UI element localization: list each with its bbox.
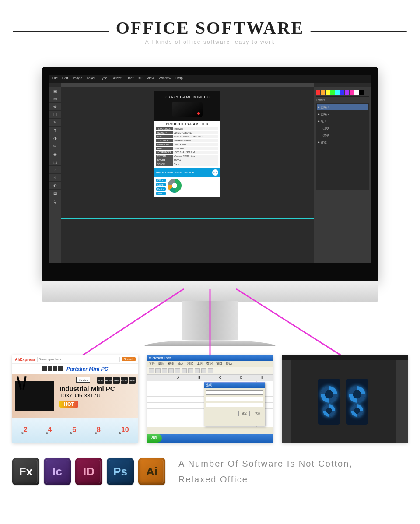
product-cpu: 1037U/i5 3317U (60, 392, 115, 399)
excel-titlebar: Microsoft Excel (147, 355, 273, 361)
monitor-screen: File Edit Image Layer Type Select Filter… (49, 75, 371, 263)
phone-mockup (346, 379, 368, 425)
ps-menu-item: View (147, 76, 154, 81)
footer-text: A Number Of Software Is Not Cotton, Rela… (178, 456, 408, 487)
divider-right (310, 31, 407, 32)
rs232-label: RS232 (76, 377, 90, 383)
partaker-banner: Partaker Mini PC (12, 364, 138, 374)
page-title: OFFICE SOFTWARE (116, 18, 304, 38)
deal-value: $10 (119, 426, 129, 435)
photoshop-canvas: CRAZY GAME MINI PC PRODUCT PARAMETER PRO… (61, 87, 314, 263)
guide-line (61, 218, 314, 219)
monitor-chin (42, 281, 378, 302)
thumbnails-row: AliExpress Search Partaker Mini PC Indus… (0, 346, 420, 443)
photoshop-menubar: File Edit Image Layer Type Select Filter… (49, 75, 371, 83)
ok-button[interactable]: 确定 (238, 411, 250, 416)
cancel-button[interactable]: 取消 (252, 411, 263, 416)
feature-badges: WiFi HDMI LAN COM intel (97, 377, 136, 384)
monitor-base (144, 340, 276, 346)
flex-builder-icon: Fx (12, 458, 39, 485)
mini-pc-icon (172, 102, 203, 117)
ps-menu-item: Type (100, 76, 107, 81)
illustrator-icon: Ai (138, 458, 165, 485)
ps-menu-item: Help (175, 76, 182, 81)
options-dialog: 选项 确定 取消 (204, 382, 265, 426)
design-canvas (290, 360, 396, 443)
hot-badge: HOT (60, 401, 78, 408)
deal-value: $4 (46, 426, 52, 435)
ps-menu-item: File (52, 76, 58, 81)
dialog-input[interactable] (206, 403, 263, 407)
blue-banner-text: HELP YOUR WISE CHOICE (156, 171, 194, 174)
monitor-stand (182, 301, 238, 340)
dialog-input[interactable] (206, 390, 263, 395)
design-menubar (282, 355, 408, 360)
ps-menu-item: Window (159, 76, 171, 81)
intel-badge-icon: intel (212, 169, 218, 176)
page-header: OFFICE SOFTWARE All kinds of office soft… (0, 0, 420, 45)
pie-chart-icon (168, 179, 182, 193)
product-hero: Industrial Mini PC 1037U/i5 3317U HOT Wi… (12, 374, 138, 418)
monitor-bezel: File Edit Image Layer Type Select Filter… (42, 67, 378, 281)
artwork-blue-banner: HELP YOUR WISE CHOICE intel (154, 168, 220, 177)
artwork-hero: CRAZY GAME MINI PC (154, 91, 220, 121)
software-icons: Fx Ic ID Ps Ai (12, 458, 165, 485)
dial-ui-icon (351, 404, 363, 417)
ps-menu-item: Edit (62, 76, 68, 81)
page-subtitle: All kinds of office software, easy to wo… (0, 39, 420, 45)
ps-menu-item: Select (112, 76, 121, 81)
ps-menu-item: Image (73, 76, 82, 81)
spec-heading: PRODUCT PARAMETER (156, 123, 218, 126)
incopy-icon: Ic (44, 458, 71, 485)
photoshop-icon: Ps (107, 458, 134, 485)
dial-ui-icon (321, 386, 337, 403)
design-toolbar (282, 360, 290, 443)
product-image-icon (15, 381, 54, 411)
photoshop-panels: Layers ▸ 图层 1 ▸ 图层 2 ▸ 组 1 • 形状 • 文字 ▸ 背… (314, 87, 371, 263)
search-button[interactable]: Search (122, 357, 136, 361)
deal-value: $2 (21, 426, 27, 435)
aliexpress-logo: AliExpress (15, 357, 35, 362)
ps-menu-item: 3D (138, 76, 142, 81)
ps-menu-item: Layer (87, 76, 95, 81)
indesign-icon: ID (75, 458, 102, 485)
dial-ui-icon (349, 386, 365, 403)
deals-strip: $2 $4 $6 $8 $10 (12, 418, 138, 443)
phone-mockup (318, 379, 340, 425)
excel-toolbar (147, 367, 273, 375)
start-button[interactable]: 开始 (147, 434, 162, 443)
dialog-title: 选项 (204, 383, 265, 388)
ps-menu-item: Filter (126, 76, 134, 81)
monitor-illustration: File Edit Image Layer Type Select Filter… (42, 67, 378, 346)
artwork-hero-title: CRAZY GAME MINI PC (156, 95, 218, 99)
dial-ui-icon (323, 404, 335, 417)
browser-topbar: AliExpress Search (12, 355, 138, 364)
excel-menubar: 文件 编辑 视图 插入 格式 工具 数据 窗口 帮助 (147, 361, 273, 367)
product-title: Industrial Mini PC (60, 385, 115, 392)
design-panels (396, 360, 408, 443)
dialog-input[interactable] (206, 397, 263, 401)
photoshop-toolbar: ▣▭✥☐✎T◑✂◉⬚⟋✧◐⬓Q (49, 87, 61, 263)
artwork-specs: PRODUCT PARAMETER PROCESSORIntel Core i7… (154, 121, 220, 168)
search-input[interactable] (37, 357, 120, 362)
deal-value: $6 (70, 426, 76, 435)
artwork-chart: Office Game Design Video (154, 177, 220, 197)
divider-left (13, 31, 109, 32)
deal-value: $8 (95, 426, 101, 435)
canvas-artwork: CRAZY GAME MINI PC PRODUCT PARAMETER PRO… (154, 91, 220, 197)
ruler-horizontal (61, 83, 314, 87)
thumbnail-spreadsheet: Microsoft Excel 文件 编辑 视图 插入 格式 工具 数据 窗口 … (147, 355, 273, 443)
footer-row: Fx Ic ID Ps Ai A Number Of Software Is N… (0, 443, 420, 487)
windows-taskbar: 开始 (147, 434, 273, 443)
thumbnail-design-app (282, 355, 408, 443)
thumbnail-browser: AliExpress Search Partaker Mini PC Indus… (12, 355, 138, 443)
